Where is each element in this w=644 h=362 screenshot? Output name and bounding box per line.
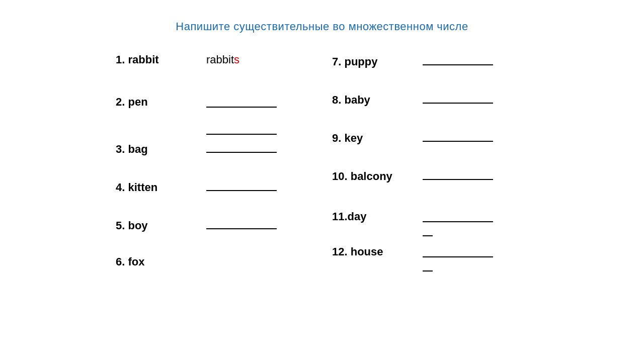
word-label: 3. bag [116, 143, 206, 156]
word-label: 5. boy [116, 219, 206, 232]
red-letter: s [234, 53, 239, 66]
answer-blank [423, 130, 493, 142]
answer-short-dash [423, 262, 433, 272]
list-item: 2. pen [116, 92, 332, 136]
answer-blank [206, 217, 277, 229]
word-label: 4. kitten [116, 181, 206, 194]
list-item: 8. baby [332, 92, 548, 116]
answer-short-dash [423, 227, 433, 236]
word-label: 1. rabbit [116, 53, 206, 66]
word-label: 9. key [332, 132, 423, 145]
list-item: 4. kitten [116, 179, 332, 203]
answer-blank [423, 168, 493, 180]
answer-area [206, 96, 287, 136]
word-label: 6. fox [116, 255, 206, 268]
list-item: 10. balcony [332, 168, 548, 192]
list-item: 3. bag [116, 141, 332, 165]
word-label: 7. puppy [332, 55, 423, 68]
page-container: Напишите существительные во множественно… [0, 0, 644, 362]
list-item: 1. rabbit rabbits [116, 53, 332, 77]
answer-blank [206, 141, 277, 153]
word-label: 10. balcony [332, 170, 423, 183]
answer-area [423, 210, 503, 237]
answer-area [206, 141, 287, 154]
answer-area [423, 92, 503, 105]
word-label: 2. pen [116, 92, 206, 109]
answer-blank [206, 179, 277, 191]
list-item: 11.day [332, 206, 548, 237]
exercise-area: 1. rabbit rabbits 2. pen 3. bag [96, 53, 548, 294]
answer-area [423, 130, 503, 143]
answer-blank [423, 245, 493, 257]
right-column: 7. puppy 8. baby 9. key [332, 53, 548, 294]
given-answer: rabbits [206, 53, 287, 66]
list-item: 6. fox [116, 255, 332, 280]
list-item: 5. boy [116, 217, 332, 241]
answer-area [423, 245, 503, 273]
word-label: 11.day [332, 206, 423, 223]
answer-area [423, 53, 503, 66]
left-column: 1. rabbit rabbits 2. pen 3. bag [116, 53, 332, 294]
answer-area [423, 168, 503, 181]
page-title: Напишите существительные во множественно… [176, 20, 468, 33]
answer-area: rabbits [206, 53, 287, 66]
answer-area [206, 217, 287, 230]
word-label: 8. baby [332, 94, 423, 107]
list-item: 12. house [332, 241, 548, 273]
word-label: 12. house [332, 241, 423, 258]
answer-area [206, 179, 287, 192]
answer-blank [423, 210, 493, 222]
answer-blank [206, 96, 277, 108]
answer-blank [423, 92, 493, 104]
answer-blank [206, 123, 277, 135]
answer-blank [423, 53, 493, 65]
list-item: 9. key [332, 130, 548, 154]
list-item: 7. puppy [332, 53, 548, 77]
